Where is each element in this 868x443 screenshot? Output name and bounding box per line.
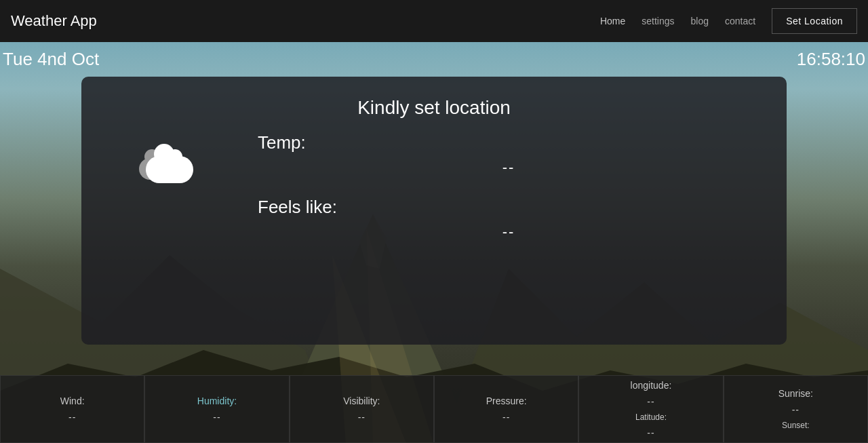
- feels-stat: Feels like: --: [258, 197, 760, 241]
- stat-sun: Sunrise: -- Sunset:: [724, 375, 868, 443]
- nav-links: Home settings blog contact Set Location: [600, 8, 857, 34]
- pressure-label: Pressure:: [486, 396, 527, 406]
- stats-bar: Wind: -- Humidity: -- Visibility: -- Pre…: [0, 375, 868, 443]
- weather-data: Temp: -- Feels like: --: [258, 132, 760, 261]
- weather-card[interactable]: Kindly set location Temp: -- Feels like:…: [81, 77, 787, 345]
- app-brand: Weather App: [11, 12, 97, 30]
- nav-blog[interactable]: blog: [691, 16, 709, 26]
- set-location-button[interactable]: Set Location: [772, 8, 857, 34]
- latitude-value: --: [647, 427, 654, 438]
- stat-visibility: Visibility: --: [290, 375, 434, 443]
- stat-location: longitude: -- Latitude: --: [578, 375, 723, 443]
- nav-settings[interactable]: settings: [642, 16, 674, 26]
- nav-home[interactable]: Home: [600, 16, 625, 26]
- pressure-value: --: [502, 412, 510, 423]
- wind-label: Wind:: [60, 396, 85, 406]
- card-content: Temp: -- Feels like: --: [108, 132, 760, 261]
- stat-humidity: Humidity: --: [144, 375, 289, 443]
- wind-value: --: [68, 412, 76, 423]
- temp-value: --: [258, 159, 760, 176]
- longitude-label: longitude:: [631, 380, 672, 391]
- navbar: Weather App Home settings blog contact S…: [0, 0, 868, 42]
- cloud-icon: [139, 146, 200, 183]
- feels-label: Feels like:: [258, 197, 760, 218]
- sunrise-value: --: [792, 404, 800, 415]
- humidity-label: Humidity:: [197, 396, 237, 406]
- nav-contact[interactable]: contact: [725, 16, 755, 26]
- date-display: Tue 4nd Oct: [3, 49, 99, 70]
- time-display: 16:58:10: [797, 49, 865, 70]
- stat-pressure: Pressure: --: [434, 375, 578, 443]
- feels-value: --: [258, 223, 760, 241]
- humidity-value: --: [213, 412, 220, 423]
- visibility-label: Visibility:: [343, 396, 380, 406]
- sunrise-label: Sunrise:: [778, 388, 813, 399]
- datetime-bar: Tue 4nd Oct 16:58:10: [0, 42, 868, 77]
- latitude-label: Latitude:: [635, 412, 667, 422]
- temp-label: Temp:: [258, 132, 760, 153]
- stat-wind: Wind: --: [0, 375, 144, 443]
- cloud-main: [146, 156, 193, 183]
- weather-icon-area: [108, 132, 231, 183]
- card-title: Kindly set location: [108, 97, 760, 119]
- visibility-value: --: [358, 412, 366, 423]
- longitude-value: --: [647, 396, 654, 407]
- temp-stat: Temp: --: [258, 132, 760, 176]
- sunset-label: Sunset:: [782, 421, 810, 430]
